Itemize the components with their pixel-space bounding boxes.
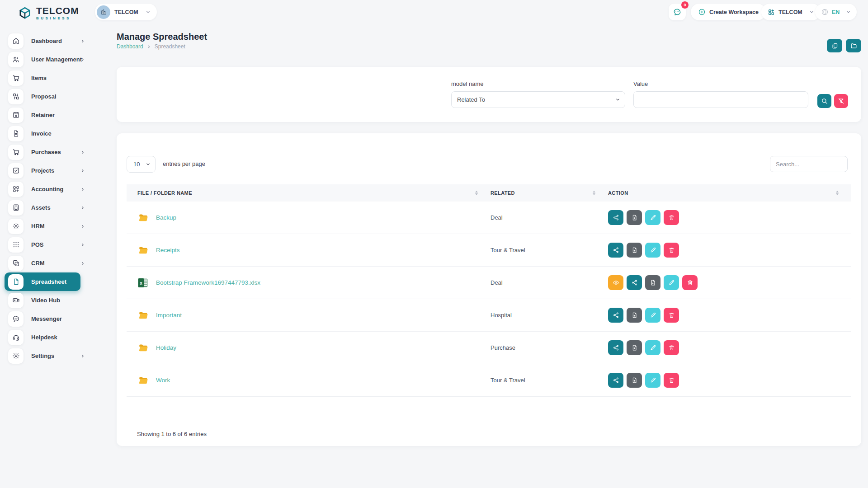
sidebar-item-label: Settings bbox=[31, 352, 54, 359]
table-row: ImportantHospital bbox=[127, 299, 851, 332]
delete-button[interactable] bbox=[664, 243, 679, 258]
cell-related: Tour & Travel bbox=[491, 247, 608, 253]
sidebar-item-pos[interactable]: POS bbox=[0, 235, 95, 254]
table-row: HolidayPurchase bbox=[127, 332, 851, 364]
workspace-selector[interactable]: TELCOM bbox=[95, 4, 157, 20]
sidebar-item-accounting[interactable]: Accounting bbox=[0, 180, 95, 198]
language-selector[interactable]: EN bbox=[815, 4, 857, 20]
value-label: Value bbox=[633, 80, 808, 87]
delete-button[interactable] bbox=[682, 275, 698, 290]
create-workspace-button[interactable]: Create Workspace bbox=[691, 4, 766, 20]
sort-icon[interactable] bbox=[593, 191, 595, 195]
share-button[interactable] bbox=[608, 373, 623, 388]
share-button[interactable] bbox=[608, 340, 623, 355]
home-icon bbox=[8, 33, 24, 49]
chevron-down-icon bbox=[846, 9, 851, 14]
brand-tagline: BUSINESS bbox=[36, 17, 79, 20]
edit-button[interactable] bbox=[645, 243, 660, 258]
sidebar-item-items[interactable]: Items bbox=[0, 69, 95, 87]
edit-button[interactable] bbox=[645, 210, 660, 225]
file-folder-link[interactable]: Important bbox=[156, 312, 182, 319]
model-name-select[interactable]: Related To bbox=[451, 91, 625, 108]
sidebar-item-helpdesk[interactable]: Helpdesk bbox=[0, 328, 95, 347]
sidebar-item-spreadsheet[interactable]: Spreadsheet bbox=[5, 272, 80, 291]
file-folder-link[interactable]: Bootstrap Framework1697447793.xlsx bbox=[156, 279, 260, 286]
import-spreadsheet-button[interactable] bbox=[827, 39, 842, 52]
file-folder-link[interactable]: Backup bbox=[156, 214, 176, 221]
share-button[interactable] bbox=[608, 243, 623, 258]
sidebar-item-purchases[interactable]: Purchases bbox=[0, 143, 95, 161]
file-folder-link[interactable]: Receipts bbox=[156, 247, 180, 253]
share-button[interactable] bbox=[627, 275, 642, 290]
view-button[interactable] bbox=[608, 275, 623, 290]
sidebar-item-label: CRM bbox=[31, 260, 45, 267]
entries-per-page-select[interactable]: 10 bbox=[127, 156, 156, 173]
clear-filter-icon bbox=[838, 98, 844, 104]
column-header-file-folder-name[interactable]: FILE / FOLDER NAME bbox=[127, 190, 491, 196]
sidebar-item-proposal[interactable]: Proposal bbox=[0, 87, 95, 106]
column-header-related[interactable]: RELATED bbox=[491, 190, 608, 196]
sort-icon[interactable] bbox=[475, 191, 478, 195]
cell-action bbox=[608, 340, 851, 355]
workspace-menu[interactable]: TELCOM bbox=[761, 4, 821, 20]
table-search-input[interactable] bbox=[770, 156, 848, 172]
file-folder-link[interactable]: Holiday bbox=[156, 344, 176, 351]
sidebar-item-label: Helpdesk bbox=[31, 334, 57, 341]
delete-button[interactable] bbox=[664, 340, 679, 355]
sidebar-item-crm[interactable]: CRM bbox=[0, 254, 95, 272]
notifications-button[interactable]: 0 bbox=[669, 4, 686, 20]
share-button[interactable] bbox=[608, 210, 623, 225]
share-button[interactable] bbox=[608, 308, 623, 323]
sidebar-item-user-management[interactable]: User Management bbox=[0, 50, 95, 69]
move-button[interactable] bbox=[645, 275, 660, 290]
cell-action bbox=[608, 308, 851, 323]
breadcrumb-dashboard-link[interactable]: Dashboard bbox=[117, 43, 143, 50]
pos-icon bbox=[8, 237, 24, 253]
file-folder-link[interactable]: Work bbox=[156, 377, 170, 384]
sidebar-item-label: Accounting bbox=[31, 186, 64, 192]
sidebar-item-projects[interactable]: Projects bbox=[0, 161, 95, 180]
topbar: TELCOM 0 Create Workspace TELCOM EN bbox=[95, 0, 868, 23]
sidebar-item-settings[interactable]: Settings bbox=[0, 347, 95, 365]
edit-button[interactable] bbox=[645, 308, 660, 323]
chevron-right-icon bbox=[80, 169, 85, 173]
chevron-down-icon bbox=[146, 162, 151, 167]
sidebar-item-label: Proposal bbox=[31, 93, 57, 100]
move-button[interactable] bbox=[627, 308, 642, 323]
sidebar-item-assets[interactable]: Assets bbox=[0, 198, 95, 217]
move-button[interactable] bbox=[627, 373, 642, 388]
sidebar-item-invoice[interactable]: Invoice bbox=[0, 124, 95, 143]
sidebar-item-messenger[interactable]: Messenger bbox=[0, 310, 95, 328]
sidebar-item-label: Purchases bbox=[31, 149, 61, 155]
sidebar-item-hrm[interactable]: HRM bbox=[0, 217, 95, 235]
move-button[interactable] bbox=[627, 210, 642, 225]
table-row: WorkTour & Travel bbox=[127, 364, 851, 397]
add-folder-button[interactable] bbox=[846, 39, 861, 52]
workspace-avatar bbox=[97, 5, 110, 19]
delete-button[interactable] bbox=[664, 373, 679, 388]
sidebar-item-video-hub[interactable]: Video Hub bbox=[0, 291, 95, 310]
sidebar-item-dashboard[interactable]: Dashboard bbox=[0, 32, 95, 50]
filter-search-button[interactable] bbox=[817, 94, 831, 108]
sort-icon[interactable] bbox=[836, 191, 839, 195]
edit-button[interactable] bbox=[664, 275, 679, 290]
brand-cube-icon bbox=[17, 5, 33, 21]
brand-logo[interactable]: TELCOM BUSINESS bbox=[17, 5, 79, 21]
column-header-action[interactable]: ACTION bbox=[608, 190, 851, 196]
cell-related: Deal bbox=[491, 279, 608, 286]
sidebar-item-retainer[interactable]: Retainer bbox=[0, 106, 95, 124]
folder-icon bbox=[137, 375, 149, 385]
move-button[interactable] bbox=[627, 243, 642, 258]
value-field[interactable] bbox=[639, 92, 802, 108]
chevron-right-icon bbox=[80, 224, 85, 229]
delete-button[interactable] bbox=[664, 210, 679, 225]
sidebar: TELCOM BUSINESS DashboardUser Management… bbox=[0, 0, 95, 488]
cell-file-folder-name: Receipts bbox=[127, 245, 491, 255]
delete-button[interactable] bbox=[664, 308, 679, 323]
edit-button[interactable] bbox=[645, 340, 660, 355]
folder-icon bbox=[137, 343, 149, 353]
edit-button[interactable] bbox=[645, 373, 660, 388]
chevron-right-icon bbox=[80, 39, 85, 43]
move-button[interactable] bbox=[627, 340, 642, 355]
filter-clear-button[interactable] bbox=[834, 94, 848, 108]
